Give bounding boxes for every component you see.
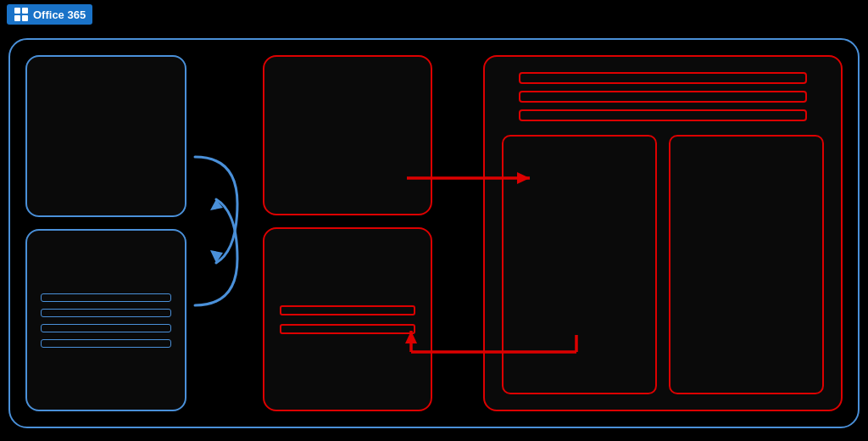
center-line-1 — [280, 305, 415, 315]
left-line-4 — [41, 339, 171, 348]
center-line-2 — [280, 324, 415, 334]
office365-icon — [14, 7, 29, 22]
svg-rect-2 — [14, 15, 20, 21]
center-column — [263, 55, 432, 411]
left-line-3 — [41, 324, 171, 332]
svg-rect-0 — [14, 8, 20, 14]
center-bottom-box — [263, 227, 432, 411]
right-bottom-boxes — [502, 135, 824, 394]
right-sub-box-1 — [502, 135, 657, 394]
right-line-1 — [519, 72, 807, 84]
right-sub-box-2 — [669, 135, 824, 394]
left-top-box — [25, 55, 186, 217]
left-bottom-box — [25, 229, 186, 411]
left-column — [25, 55, 195, 411]
office365-logo: Office 365 — [7, 4, 92, 25]
right-column — [483, 55, 843, 411]
logo-text: Office 365 — [33, 8, 86, 21]
left-line-2 — [41, 309, 171, 317]
svg-rect-1 — [22, 8, 28, 14]
left-line-1 — [41, 293, 171, 302]
center-top-box — [263, 55, 432, 215]
main-diagram-container — [8, 38, 860, 428]
right-line-2 — [519, 91, 807, 103]
svg-rect-3 — [22, 15, 28, 21]
right-line-3 — [519, 109, 807, 121]
right-top-lines — [502, 72, 824, 121]
